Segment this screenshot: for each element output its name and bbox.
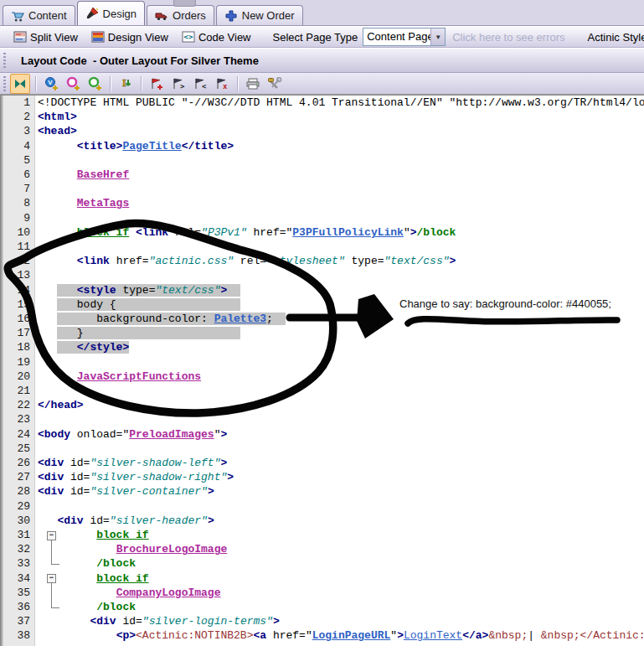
fold-collapse-box[interactable]: − — [47, 531, 56, 540]
code-line[interactable]: block if — [0, 571, 644, 586]
actinic-stylesheet-button[interactable]: Actinic Stylesheet — [580, 28, 644, 46]
insert-function-icon[interactable] — [63, 74, 83, 94]
bookmark-next-icon[interactable]: > — [168, 74, 188, 94]
tab-bar-tabs: ContentDesignOrdersNew Order — [3, 1, 303, 25]
code-line[interactable]: </head> — [0, 398, 644, 412]
fold-collapse-box[interactable]: − — [47, 574, 56, 583]
tab-content[interactable]: Content — [3, 5, 75, 25]
code-line[interactable]: <div id="silver-container"> — [0, 484, 644, 499]
code-line[interactable] — [0, 268, 644, 282]
code-link[interactable]: LoginText — [404, 629, 462, 642]
code-link[interactable]: block if — [96, 529, 148, 541]
code-link[interactable]: block if — [96, 572, 148, 585]
code-line[interactable]: <head> — [0, 124, 644, 138]
code-line[interactable]: /block — [0, 600, 644, 614]
code-line[interactable] — [0, 153, 644, 168]
line-number: 25 — [5, 442, 30, 456]
code-token: > — [208, 514, 214, 527]
code-view-button[interactable]: <>Code View — [175, 28, 258, 46]
insert-variable-icon[interactable]: V — [41, 74, 61, 94]
code-line[interactable]: <style type="text/css"> — [0, 283, 644, 297]
code-link[interactable]: block if — [77, 226, 129, 239]
code-line[interactable] — [0, 499, 644, 514]
tools-icon[interactable] — [265, 74, 285, 94]
code-line[interactable]: block if <link rel="P3Pv1" href="P3PFull… — [0, 225, 644, 240]
line-number: 9 — [5, 211, 30, 225]
code-line[interactable]: JavaScriptFunctions — [0, 370, 644, 384]
code-link[interactable]: PageTitle — [122, 140, 181, 152]
code-line[interactable]: <div id="silver-shadow-left"> — [0, 456, 644, 470]
code-token: <!DOCTYPE HTML PUBLIC "-//W3C//DTD HTML … — [38, 96, 644, 109]
code-token: "silver-shadow-right" — [90, 471, 227, 483]
bookmark-add-icon[interactable] — [147, 74, 167, 94]
code-line[interactable]: BrochureLogoImage — [0, 542, 644, 556]
code-link[interactable]: JavaScriptFunctions — [77, 370, 201, 383]
code-line[interactable] — [0, 211, 644, 225]
tab-design[interactable]: Design — [77, 1, 145, 25]
code-token: > — [450, 255, 456, 267]
insert-condition-icon[interactable] — [85, 74, 105, 94]
code-link[interactable]: MetaTags — [77, 197, 129, 209]
split-view-button[interactable]: Split View — [7, 28, 85, 46]
code-line[interactable]: </style> — [0, 340, 644, 354]
bookmark-prev-icon[interactable]: < — [190, 74, 210, 94]
code-token — [38, 327, 57, 339]
code-line[interactable]: <body onload="PreloadImages"> — [0, 427, 644, 442]
design-view-button[interactable]: Design View — [85, 28, 175, 46]
line-number: 36 — [5, 600, 30, 614]
code-line[interactable]: <div id="silver-header"> — [0, 514, 644, 528]
code-line[interactable] — [0, 355, 644, 370]
code-link[interactable]: Palette3 — [214, 313, 266, 325]
fold-connector — [51, 583, 52, 607]
code-line[interactable] — [0, 240, 644, 254]
code-line[interactable]: BaseHref — [0, 168, 644, 182]
panel-grip[interactable] — [3, 53, 6, 68]
code-line[interactable]: </div> — [0, 643, 644, 646]
code-line[interactable] — [0, 442, 644, 456]
code-token — [227, 284, 240, 297]
code-token — [38, 226, 77, 239]
edit-toolbar-grip[interactable] — [3, 76, 6, 91]
code-token: "actinic.css" — [149, 255, 234, 267]
tab-orders[interactable]: Orders — [147, 5, 214, 25]
code-line[interactable]: MetaTags — [0, 196, 644, 210]
bookmark-clear-icon[interactable]: x — [212, 74, 232, 94]
code-token: <title> — [77, 140, 123, 152]
code-token: "silver-container" — [90, 485, 207, 498]
code-line[interactable]: <p><Actinic:NOTINB2B><a href="LoginPageU… — [0, 628, 644, 643]
code-line[interactable]: <link href="actinic.css" rel="stylesheet… — [0, 254, 644, 268]
code-line[interactable]: <div id="silver-login-terms"> — [0, 614, 644, 628]
code-token: > — [208, 485, 214, 498]
code-link[interactable]: LoginPageURL — [312, 629, 391, 642]
tab-new-order[interactable]: New Order — [216, 5, 303, 25]
code-link[interactable]: BrochureLogoImage — [116, 543, 228, 556]
code-line[interactable]: CompanyLogoImage — [0, 586, 644, 600]
code-line[interactable]: /block — [0, 556, 644, 571]
code-line[interactable]: block if — [0, 528, 644, 542]
svg-text:<: < — [202, 82, 207, 90]
code-line[interactable]: } — [0, 326, 644, 340]
code-link[interactable]: CompanyLogoImage — [116, 587, 221, 599]
code-line[interactable] — [0, 182, 644, 196]
code-line[interactable]: <title>PageTitle</title> — [0, 139, 644, 153]
line-number: 13 — [5, 268, 30, 282]
code-link[interactable]: BaseHref — [77, 168, 129, 181]
edit-toolbar: VI><x — [0, 73, 644, 95]
code-line[interactable]: background-color: Palette3; — [0, 312, 644, 326]
insert-layout-icon[interactable]: I — [116, 74, 136, 94]
code-line[interactable]: <!DOCTYPE HTML PUBLIC "-//W3C//DTD HTML … — [0, 96, 644, 110]
code-line[interactable]: <html> — [0, 110, 644, 124]
html-toggle-icon[interactable] — [10, 74, 30, 94]
print-icon[interactable] — [243, 74, 263, 94]
chevron-down-icon[interactable]: ▼ — [430, 28, 445, 45]
svg-text:V: V — [48, 79, 53, 86]
code-line[interactable]: <div id="silver-shadow-right"> — [0, 470, 644, 484]
code-line[interactable] — [0, 384, 644, 398]
code-editor[interactable]: <!DOCTYPE HTML PUBLIC "-//W3C//DTD HTML … — [0, 95, 644, 646]
line-number: 29 — [5, 499, 30, 514]
line-number: 32 — [5, 542, 30, 556]
page-type-dropdown[interactable]: Content Page ▼ — [363, 28, 446, 46]
code-line[interactable] — [0, 412, 644, 426]
code-link[interactable]: P3PFullPolicyLink — [292, 226, 404, 239]
code-link[interactable]: PreloadImages — [129, 428, 214, 441]
